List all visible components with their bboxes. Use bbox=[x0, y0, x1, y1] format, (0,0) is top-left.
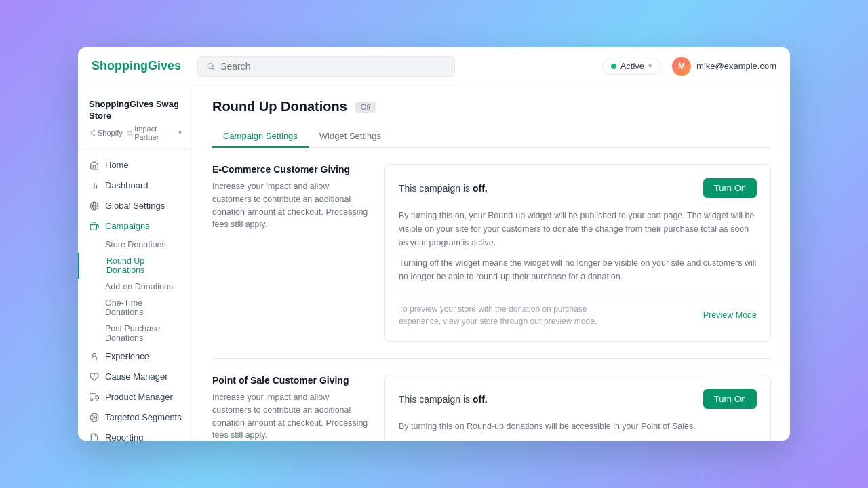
sidebar-item-global-settings[interactable]: Global Settings bbox=[78, 196, 193, 216]
dashboard-icon bbox=[89, 180, 100, 191]
pos-turn-on-button[interactable]: Turn On bbox=[703, 389, 757, 409]
svg-point-21 bbox=[92, 415, 97, 420]
status-dot bbox=[611, 64, 616, 69]
ecommerce-description: Increase your impact and allow customers… bbox=[212, 180, 368, 231]
app-window: ShoppingGives Active ▾ M mike@example.co… bbox=[78, 47, 790, 441]
status-badge: Off bbox=[355, 102, 376, 113]
pos-info: Point of Sale Customer Giving Increase y… bbox=[212, 375, 368, 441]
ecommerce-section: E-Commerce Customer Giving Increase your… bbox=[212, 164, 771, 342]
sidebar-item-experience[interactable]: Experience bbox=[78, 346, 193, 367]
tab-widget-settings[interactable]: Widget Settings bbox=[309, 125, 392, 148]
pos-card: This campaign is off. Turn On By turning… bbox=[384, 375, 771, 441]
experience-icon bbox=[89, 351, 100, 362]
sidebar-item-product-manager[interactable]: Product Manager bbox=[78, 387, 193, 407]
sidebar-item-post-purchase-donations[interactable]: Post Purchase Donations bbox=[78, 321, 193, 346]
ecommerce-status-value: off. bbox=[473, 183, 488, 194]
home-label: Home bbox=[105, 160, 129, 170]
global-icon bbox=[89, 201, 100, 211]
svg-point-22 bbox=[94, 417, 95, 418]
store-partner[interactable]: Impact Partner ▾ bbox=[127, 125, 182, 141]
main-nav: Home Dashboard Global Settings bbox=[78, 150, 193, 441]
campaign-divider bbox=[399, 293, 757, 293]
reporting-label: Reporting bbox=[105, 432, 143, 441]
sidebar-item-targeted-segments[interactable]: Targeted Segments bbox=[78, 407, 193, 428]
cause-manager-icon bbox=[89, 371, 100, 382]
reporting-icon bbox=[89, 432, 100, 441]
pos-section: Point of Sale Customer Giving Increase y… bbox=[212, 375, 771, 441]
sidebar-item-dashboard[interactable]: Dashboard bbox=[78, 176, 193, 196]
logo-gives: Gives bbox=[148, 59, 181, 73]
tabs: Campaign Settings Widget Settings bbox=[212, 125, 771, 148]
preview-mode-link[interactable]: Preview Mode bbox=[703, 310, 757, 320]
ecommerce-desc1: By turning this on, your Round-up widget… bbox=[399, 209, 757, 249]
chevron-down-icon: ▾ bbox=[648, 62, 652, 70]
sidebar-item-add-on-donations[interactable]: Add-on Donations bbox=[78, 279, 193, 295]
sidebar-item-one-time-donations[interactable]: One-Time Donations bbox=[78, 295, 193, 321]
pos-title: Point of Sale Customer Giving bbox=[212, 375, 368, 386]
partner-chevron: ▾ bbox=[178, 129, 182, 136]
ecommerce-info: E-Commerce Customer Giving Increase your… bbox=[212, 164, 368, 342]
header-right: Active ▾ M mike@example.com bbox=[602, 57, 776, 76]
search-bar[interactable] bbox=[197, 56, 455, 77]
platform-label: Shopify bbox=[98, 129, 123, 137]
svg-point-19 bbox=[96, 399, 98, 401]
sidebar-item-home[interactable]: Home bbox=[78, 155, 193, 176]
round-up-donations-label: Round Up Donations bbox=[106, 256, 182, 275]
partner-label: Impact Partner bbox=[134, 125, 176, 141]
global-settings-label: Global Settings bbox=[105, 201, 165, 211]
sidebar: ShoppingGives Swag Store Shopify Impact … bbox=[78, 85, 193, 441]
header: ShoppingGives Active ▾ M mike@example.co… bbox=[78, 47, 790, 85]
svg-line-6 bbox=[92, 131, 94, 132]
sidebar-item-store-donations[interactable]: Store Donations bbox=[78, 237, 193, 253]
store-name: ShoppingGives Swag Store bbox=[89, 99, 182, 122]
one-time-donations-label: One-Time Donations bbox=[105, 298, 182, 317]
cause-manager-label: Cause Manager bbox=[105, 371, 168, 382]
active-status-badge[interactable]: Active ▾ bbox=[602, 58, 661, 75]
main-content: Round Up Donations Off Campaign Settings… bbox=[193, 85, 790, 441]
svg-line-1 bbox=[212, 68, 214, 70]
dashboard-label: Dashboard bbox=[105, 180, 149, 190]
svg-rect-17 bbox=[90, 394, 96, 399]
sidebar-item-campaigns[interactable]: Campaigns bbox=[78, 216, 193, 237]
search-input[interactable] bbox=[220, 61, 446, 72]
store-info: ShoppingGives Swag Store Shopify Impact … bbox=[78, 94, 193, 150]
sidebar-item-cause-manager[interactable]: Cause Manager bbox=[78, 367, 193, 387]
ecommerce-turn-on-button[interactable]: Turn On bbox=[703, 178, 757, 198]
page-title: Round Up Donations bbox=[212, 99, 347, 115]
sidebar-item-reporting[interactable]: Reporting bbox=[78, 428, 193, 441]
product-manager-label: Product Manager bbox=[105, 392, 173, 402]
app-logo: ShoppingGives bbox=[92, 59, 181, 73]
svg-line-5 bbox=[92, 133, 94, 134]
search-icon bbox=[206, 62, 215, 71]
store-platform[interactable]: Shopify bbox=[89, 129, 123, 137]
add-on-donations-label: Add-on Donations bbox=[105, 282, 173, 291]
pos-status-prefix: This campaign is bbox=[399, 394, 473, 405]
campaigns-label-text: Campaigns bbox=[105, 221, 150, 231]
svg-point-0 bbox=[208, 63, 213, 68]
home-icon bbox=[89, 160, 100, 171]
targeted-segments-label: Targeted Segments bbox=[105, 412, 182, 422]
targeted-segments-icon bbox=[89, 412, 100, 423]
post-purchase-donations-label: Post Purchase Donations bbox=[105, 324, 182, 343]
ecommerce-card: This campaign is off. Turn On By turning… bbox=[384, 164, 771, 342]
section-divider bbox=[212, 358, 771, 359]
star-icon bbox=[127, 129, 133, 136]
preview-row: To preview your store with the donation … bbox=[399, 303, 757, 327]
pos-description: Increase your impact and allow customers… bbox=[212, 391, 368, 441]
pos-desc1: By turning this on Round-up donations wi… bbox=[399, 420, 757, 433]
ecommerce-desc2: Turning off the widget means the widget … bbox=[399, 256, 757, 283]
tab-campaign-settings[interactable]: Campaign Settings bbox=[212, 125, 309, 148]
pos-desc2: Turning off the Point of Sales Customer … bbox=[399, 440, 757, 441]
svg-point-18 bbox=[91, 399, 93, 401]
page-header: Round Up Donations Off bbox=[212, 99, 771, 115]
ecommerce-status-row: This campaign is off. Turn On bbox=[399, 178, 757, 198]
sidebar-item-round-up-donations[interactable]: Round Up Donations bbox=[78, 253, 193, 279]
svg-point-4 bbox=[93, 134, 95, 136]
ecommerce-title: E-Commerce Customer Giving bbox=[212, 164, 368, 175]
svg-point-2 bbox=[93, 130, 95, 132]
ecommerce-status-text: This campaign is off. bbox=[399, 183, 488, 194]
svg-marker-7 bbox=[127, 130, 132, 135]
preview-text: To preview your store with the donation … bbox=[399, 303, 602, 327]
pos-status-row: This campaign is off. Turn On bbox=[399, 389, 757, 409]
store-donations-label: Store Donations bbox=[105, 240, 166, 249]
